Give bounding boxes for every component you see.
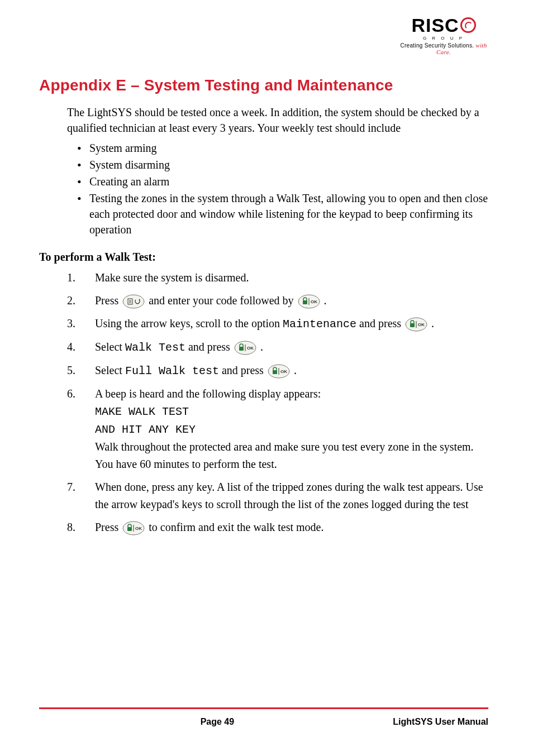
svg-rect-19: [239, 347, 244, 351]
step-item: A beep is heard and the following displa…: [67, 385, 488, 473]
step-text: .: [324, 294, 327, 307]
page-number: Page 49: [201, 717, 234, 727]
display-line: MAKE WALK TEST: [95, 405, 189, 418]
footer-divider: [39, 707, 488, 709]
walk-test-heading: To perform a Walk Test:: [39, 251, 488, 264]
step-text: Walk throughout the protected area and m…: [95, 441, 474, 470]
step-text: and press: [359, 317, 404, 329]
menu-option-code: Walk Test: [125, 341, 185, 354]
menu-option-code: Maintenance: [283, 318, 356, 331]
page-footer: . Page 49 LightSYS User Manual: [39, 707, 488, 727]
brand-wordmark: RISC: [399, 16, 488, 35]
svg-rect-9: [303, 300, 307, 304]
list-item: Creating an alarm: [77, 174, 488, 189]
brand-group-text: G R O U P: [399, 36, 488, 41]
step-item: Select Full Walk test and press OK .: [67, 362, 488, 380]
step-item: Select Walk Test and press OK .: [67, 338, 488, 356]
step-item: Press and enter your code followed by OK…: [67, 292, 488, 309]
brand-swirl-icon: [460, 17, 476, 33]
step-text: to confirm and exit the walk test mode.: [149, 521, 323, 533]
step-text: Press: [95, 294, 121, 307]
brand-tagline: Creating Security Solutions. with Care.: [399, 42, 488, 55]
lock-ok-key-icon: OK: [268, 364, 290, 379]
step-item: When done, press any key. A list of the …: [67, 479, 488, 513]
step-text: Select: [95, 341, 125, 353]
menu-option-code: Full Walk test: [125, 365, 219, 377]
step-item: Press OK to confirm and exit the walk te…: [67, 519, 488, 536]
step-text: and enter your code followed by: [149, 294, 296, 307]
lock-ok-key-icon: OK: [298, 294, 320, 309]
lock-ok-key-icon: OK: [122, 521, 145, 535]
svg-text:OK: OK: [311, 299, 317, 304]
svg-text:OK: OK: [280, 369, 287, 374]
svg-rect-29: [127, 527, 132, 531]
step-item: Using the arrow keys, scroll to the opti…: [67, 315, 488, 333]
step-text: Using the arrow keys, scroll to the opti…: [95, 317, 283, 329]
svg-text:OK: OK: [247, 346, 254, 351]
step-text: A beep is heard and the following displa…: [95, 387, 321, 400]
step-text: .: [294, 364, 297, 376]
tagline-plain: Creating Security Solutions.: [400, 42, 474, 49]
display-line: AND HIT ANY KEY: [95, 423, 196, 436]
step-text: and press: [188, 341, 233, 353]
step-text: Press: [95, 521, 121, 533]
svg-text:OK: OK: [135, 526, 142, 531]
intro-paragraph: The LightSYS should be tested once a wee…: [67, 104, 488, 136]
menu-back-key-icon: [122, 294, 145, 309]
page-title: Appendix E – System Testing and Maintena…: [39, 76, 488, 94]
svg-rect-24: [273, 370, 277, 374]
lock-ok-key-icon: OK: [234, 341, 256, 355]
svg-rect-14: [410, 323, 415, 327]
brand-logo: RISC G R O U P Creating Security Solutio…: [399, 16, 488, 55]
brand-text: RISC: [411, 16, 459, 35]
step-text: Select: [95, 364, 125, 376]
list-item: Testing the zones in the system through …: [77, 190, 488, 237]
walk-test-steps: Make sure the system is disarmed. Press …: [67, 269, 488, 536]
step-text: .: [431, 317, 434, 329]
step-text: .: [260, 341, 263, 353]
list-item: System disarming: [77, 157, 488, 173]
step-text: and press: [222, 364, 266, 376]
lock-ok-key-icon: OK: [405, 317, 427, 332]
svg-text:OK: OK: [418, 322, 425, 327]
list-item: System arming: [77, 140, 488, 156]
step-item: Make sure the system is disarmed.: [67, 269, 488, 286]
weekly-test-list: System arming System disarming Creating …: [77, 140, 488, 237]
manual-title: LightSYS User Manual: [393, 717, 488, 727]
